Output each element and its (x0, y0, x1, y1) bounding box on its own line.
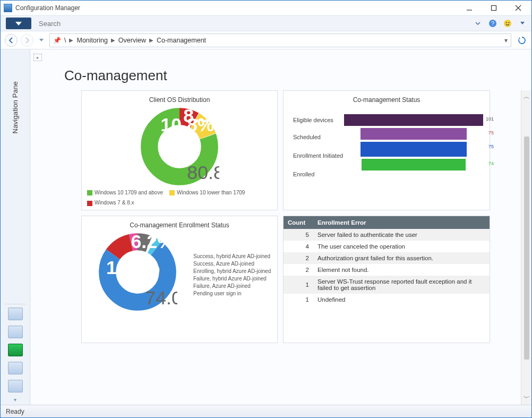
page-title: Co-management (64, 67, 531, 84)
legend-enroll: Success, hybrid Azure AD-joined Success,… (193, 253, 271, 296)
svg-text:80.8%: 80.8% (187, 162, 219, 183)
pin-icon[interactable]: 📌 (53, 37, 61, 44)
donut-os-distribution: 8.3% 10.8% 80.8% (140, 107, 219, 186)
table-row: 1Undefined (284, 294, 490, 305)
history-dropdown-icon[interactable] (37, 36, 46, 45)
card-title: Client OS Distribution (87, 96, 272, 104)
svg-text:?: ? (491, 20, 494, 27)
svg-rect-1 (492, 6, 496, 11)
svg-text:6.2%: 6.2% (131, 232, 174, 252)
svg-marker-11 (39, 39, 44, 41)
breadcrumb-bar[interactable]: 📌 \ ▶ Monitoring ▶ Overview ▶ Co-managem… (49, 33, 511, 47)
svg-point-7 (504, 20, 511, 27)
nav-pane-label[interactable]: Navigation Pane (11, 81, 19, 133)
workspace-admin-icon[interactable] (8, 380, 23, 393)
card-title: Co-management Enrollment Status (87, 221, 272, 229)
maximize-button[interactable] (486, 3, 502, 13)
breadcrumb-item-1[interactable]: Overview (118, 37, 146, 44)
svg-text:74.0%: 74.0% (145, 287, 177, 309)
vertical-scrollbar[interactable]: ︿ ﹀ (521, 90, 531, 405)
chevron-right-icon: ▶ (111, 37, 115, 43)
svg-point-8 (506, 22, 507, 23)
status-text: Ready (6, 408, 24, 415)
scroll-up-icon[interactable]: ︿ (524, 92, 530, 101)
dashboard-grid: Client OS Distribution 8.3% 10.8% 80.8% … (81, 90, 490, 405)
ribbon-toggle-icon[interactable]: ▸ (33, 54, 42, 61)
table-row: 2Element not found. (284, 264, 490, 276)
table-row: 5Server failed to authenticate the user (284, 229, 490, 241)
back-button[interactable] (5, 34, 18, 47)
funnel-labels: Eligible devices Scheduled Enrollment In… (293, 114, 344, 180)
main-area: Navigation Pane ▾ ▸ Co-management Client… (1, 49, 531, 405)
scrollbar-thumb[interactable] (524, 137, 529, 360)
content-area: ▸ Co-management Client OS Distribution 8… (30, 49, 531, 405)
breadcrumb-item-0[interactable]: Monitoring (76, 37, 107, 44)
help-icon[interactable]: ? (488, 19, 497, 28)
breadcrumb-root[interactable]: \ (64, 37, 66, 44)
search-input[interactable] (37, 18, 468, 30)
workspace-assets-icon[interactable] (8, 308, 23, 320)
nav-toolbar: 📌 \ ▶ Monitoring ▶ Overview ▶ Co-managem… (1, 31, 531, 49)
svg-marker-4 (15, 22, 22, 25)
funnel-chart: 101 75 75 74 (344, 114, 483, 180)
svg-text:10.8%: 10.8% (160, 114, 214, 135)
searchbar: ? (1, 15, 531, 31)
table-row: 4The user canceled the operation (284, 241, 490, 252)
app-icon (4, 4, 12, 12)
forward-button[interactable] (21, 34, 33, 47)
ribbon-menu-button[interactable] (6, 18, 31, 29)
titlebar: Configuration Manager (1, 1, 531, 15)
search-dropdown-icon[interactable] (473, 19, 483, 28)
feedback-icon[interactable] (503, 19, 512, 28)
scroll-down-icon[interactable]: ﹀ (524, 394, 530, 403)
left-rail: Navigation Pane ▾ (1, 49, 30, 405)
col-count: Count (284, 216, 313, 229)
table-row: 2Authorization grant failed for this ass… (284, 252, 490, 264)
feedback-dropdown-icon[interactable] (518, 19, 527, 28)
refresh-button[interactable] (517, 35, 527, 46)
workspace-compliance-icon[interactable] (8, 362, 23, 374)
window-title: Configuration Manager (15, 4, 461, 12)
svg-marker-12 (519, 37, 520, 39)
breadcrumb-item-2[interactable]: Co-management (157, 37, 206, 44)
breadcrumb-dropdown-icon[interactable]: ▾ (504, 37, 508, 44)
table-row: 1Server WS-Trust response reported fault… (284, 276, 490, 294)
errors-table: Count Enrollment Error 5Server failed to… (284, 216, 490, 305)
card-os-distribution: Client OS Distribution 8.3% 10.8% 80.8% … (81, 90, 278, 210)
workspace-monitoring-icon[interactable] (8, 344, 23, 356)
chevron-right-icon: ▶ (149, 37, 153, 43)
svg-text:11.5%: 11.5% (106, 257, 160, 278)
rail-expand-icon[interactable]: ▾ (14, 397, 16, 403)
card-errors: Count Enrollment Error 5Server failed to… (283, 216, 490, 343)
legend-os: Windows 10 1709 and above Windows 10 low… (87, 190, 272, 206)
svg-marker-10 (520, 22, 525, 24)
chevron-right-icon: ▶ (69, 37, 73, 43)
card-enrollment-status: Co-management Enrollment Status 6.2% 11.… (81, 216, 278, 343)
card-comgmt-status: Co-management Status Eligible devices Sc… (283, 90, 490, 210)
workspace-library-icon[interactable] (8, 326, 23, 338)
card-title: Co-management Status (289, 96, 484, 104)
svg-point-9 (509, 22, 510, 23)
donut-enrollment: 6.2% 11.5% 74.0% (98, 232, 177, 312)
statusbar: Ready (1, 405, 531, 417)
minimize-button[interactable] (461, 3, 477, 13)
close-button[interactable] (510, 3, 526, 13)
col-error: Enrollment Error (313, 216, 490, 229)
